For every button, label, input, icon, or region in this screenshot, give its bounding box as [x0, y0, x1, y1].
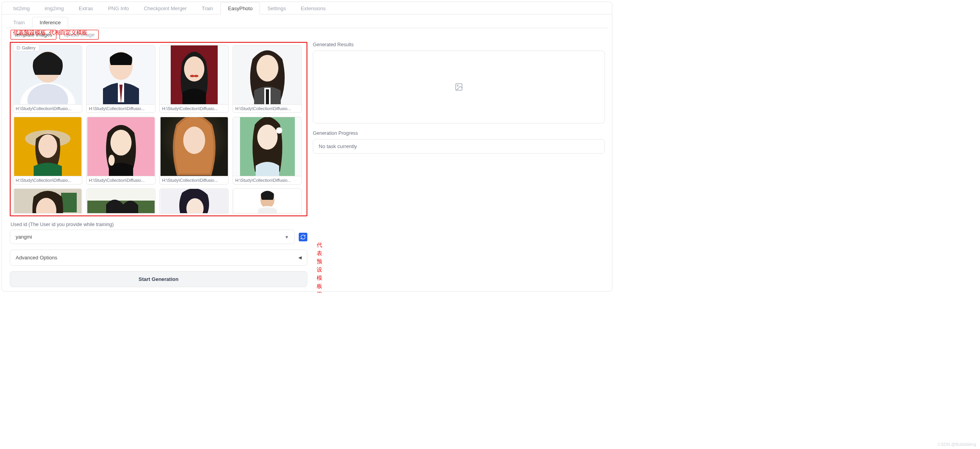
generation-progress-label: Generation Progress: [313, 130, 605, 136]
start-generation-button[interactable]: Start Generation: [10, 271, 307, 287]
tab-checkpoint-merger[interactable]: Checkpoint Merger: [136, 2, 194, 14]
gallery-container: Gallery H:\Study\Collection\Diffusio... …: [10, 42, 307, 216]
tab-extras[interactable]: Extras: [71, 2, 101, 14]
tab-easyphoto[interactable]: EasyPhoto: [220, 2, 260, 14]
advanced-options-label: Advanced Options: [16, 255, 57, 261]
template-tabs: template images upload image: [11, 30, 612, 40]
annotation-gallery: 代表预设模板里面的图片 点击就可以选取: [317, 241, 322, 293]
template-thumb-11[interactable]: [159, 188, 229, 214]
thumb-caption: H:\Study\Collection\Diffusio...: [233, 104, 301, 112]
image-placeholder-icon: [455, 83, 463, 91]
template-thumb-8[interactable]: H:\Study\Collection\Diffusio...: [233, 117, 302, 185]
template-thumb-3[interactable]: H:\Study\Collection\Diffusio...: [159, 45, 229, 113]
triangle-left-icon: ◀: [298, 255, 301, 260]
tab-txt2img[interactable]: txt2img: [6, 2, 37, 14]
svg-point-25: [108, 155, 115, 166]
refresh-icon: [300, 234, 306, 240]
tab-extensions[interactable]: Extensions: [293, 2, 333, 14]
annotation-top: 代表预设模板 代表自定义模板: [13, 29, 87, 36]
generation-progress-box: No task currently: [313, 139, 605, 154]
thumb-caption: H:\Study\Collection\Diffusio...: [13, 104, 82, 112]
used-id-value: yangmi: [16, 234, 32, 240]
svg-point-1: [18, 47, 18, 47]
svg-point-11: [184, 56, 204, 81]
main-tabs: txt2img img2img Extras PNG Info Checkpoi…: [2, 2, 612, 14]
thumb-caption: H:\Study\Collection\Diffusio...: [87, 176, 155, 184]
tab-img2img[interactable]: img2img: [37, 2, 71, 14]
refresh-button[interactable]: [299, 233, 307, 241]
thumb-caption: H:\Study\Collection\Diffusio...: [233, 176, 301, 184]
used-id-select[interactable]: yangmi ▼: [10, 230, 295, 244]
generated-results-box[interactable]: [313, 51, 605, 123]
thumb-caption: H:\Study\Collection\Diffusio...: [87, 104, 155, 112]
svg-point-31: [257, 125, 278, 150]
template-thumb-2[interactable]: H:\Study\Collection\Diffusio...: [86, 45, 155, 113]
svg-point-22: [38, 134, 57, 158]
template-thumb-4[interactable]: H:\Study\Collection\Diffusio...: [233, 45, 302, 113]
generated-results-label: Generated Results: [313, 42, 605, 47]
svg-point-28: [183, 127, 205, 154]
svg-point-45: [457, 85, 458, 86]
sub-tabs: Train Inference: [2, 14, 612, 28]
svg-rect-17: [266, 89, 269, 104]
sub-tab-inference[interactable]: Inference: [32, 17, 68, 28]
annotation-preset: 代表预设模板: [13, 29, 46, 36]
sub-tab-train[interactable]: Train: [6, 17, 32, 28]
used-id-label: Used id (The User id you provide while t…: [11, 222, 307, 227]
template-thumb-10[interactable]: [86, 188, 155, 214]
image-icon: [16, 46, 20, 50]
tab-settings[interactable]: Settings: [260, 2, 293, 14]
thumb-caption: H:\Study\Collection\Diffusio...: [160, 104, 228, 112]
thumb-caption: H:\Study\Collection\Diffusio...: [13, 176, 82, 184]
svg-point-32: [276, 127, 282, 134]
tab-png-info[interactable]: PNG Info: [101, 2, 136, 14]
template-thumb-5[interactable]: H:\Study\Collection\Diffusio...: [13, 117, 82, 185]
template-thumb-9[interactable]: [13, 188, 82, 214]
advanced-options-accordion[interactable]: Advanced Options ◀: [10, 250, 307, 266]
tab-train[interactable]: Train: [194, 2, 220, 14]
svg-rect-34: [61, 193, 77, 212]
template-thumb-12[interactable]: [233, 188, 302, 214]
template-thumb-1[interactable]: H:\Study\Collection\Diffusio...: [13, 45, 82, 113]
svg-point-13: [194, 75, 199, 77]
gallery-badge: Gallery: [13, 44, 39, 51]
annotation-custom: 代表自定义模板: [49, 29, 87, 36]
gallery-scroll[interactable]: H:\Study\Collection\Diffusio... H:\Study…: [12, 44, 305, 214]
thumb-caption: H:\Study\Collection\Diffusio...: [160, 176, 228, 184]
svg-point-24: [110, 130, 132, 156]
svg-point-15: [256, 55, 278, 81]
chevron-down-icon: ▼: [285, 235, 289, 239]
template-thumb-7[interactable]: H:\Study\Collection\Diffusio...: [159, 117, 229, 185]
template-thumb-6[interactable]: H:\Study\Collection\Diffusio...: [86, 117, 155, 185]
